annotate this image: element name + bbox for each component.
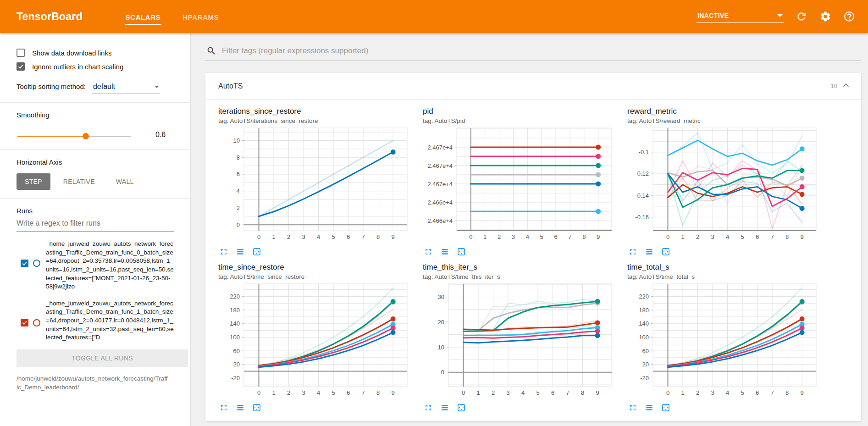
svg-text:7: 7: [361, 389, 365, 396]
runs-filter-input[interactable]: [17, 216, 174, 232]
chart-block: iterations_since_restore tag: AutoTS/ite…: [218, 107, 411, 256]
svg-text:8: 8: [376, 233, 380, 240]
svg-text:30: 30: [438, 293, 444, 300]
chart-toolbar: [423, 247, 615, 256]
help-icon[interactable]: [843, 11, 855, 22]
svg-text:6: 6: [347, 389, 350, 396]
svg-text:3: 3: [506, 389, 509, 396]
svg-text:1: 1: [476, 389, 480, 396]
sidebar: Show data download links Ignore outliers…: [0, 33, 191, 426]
svg-text:0: 0: [257, 233, 260, 240]
svg-text:100: 100: [230, 334, 240, 341]
tab-scalars[interactable]: SCALARS: [125, 11, 162, 25]
svg-text:20: 20: [233, 361, 240, 368]
chart-plot: 2.466e+42.466e+42.467e+42.467e+42.467e+4…: [423, 124, 615, 243]
chart-tag: tag: AutoTS/reward_metric: [627, 117, 820, 124]
run-solo-radio[interactable]: [33, 260, 40, 267]
fit-domain-icon[interactable]: [252, 247, 261, 256]
svg-text:9: 9: [391, 389, 394, 396]
svg-text:6: 6: [551, 389, 554, 396]
smoothing-slider[interactable]: [17, 133, 131, 139]
expand-chart-icon[interactable]: [628, 403, 637, 412]
runs-label: Runs: [17, 207, 174, 215]
chart-tag: tag: AutoTS/time_this_iter_s: [423, 273, 615, 280]
expand-chart-icon[interactable]: [628, 247, 637, 256]
run-solo-radio[interactable]: [33, 319, 40, 326]
tooltip-sorting-dropdown[interactable]: default: [92, 83, 160, 94]
expand-chart-icon[interactable]: [424, 403, 433, 412]
svg-text:5: 5: [332, 389, 335, 396]
chevron-down-icon: [155, 86, 159, 88]
svg-text:9: 9: [391, 233, 394, 240]
chart-tag: tag: AutoTS/time_since_restore: [218, 273, 411, 280]
svg-text:5: 5: [332, 233, 335, 240]
chart-plot: 02468100123456789: [218, 124, 411, 243]
axis-wall-button[interactable]: WALL: [108, 173, 142, 190]
svg-text:20: 20: [438, 319, 444, 326]
expand-chart-icon[interactable]: [219, 247, 228, 256]
autots-card-header[interactable]: AutoTS 10: [205, 73, 861, 100]
chart-tag: tag: AutoTS/pid: [423, 117, 615, 124]
svg-text:6: 6: [347, 233, 350, 240]
svg-text:60: 60: [642, 348, 649, 354]
svg-text:140: 140: [230, 320, 240, 327]
svg-text:6: 6: [554, 233, 557, 240]
fit-domain-icon[interactable]: [457, 403, 466, 412]
chevron-up-icon[interactable]: [841, 80, 851, 92]
nav-tabs: SCALARS HPARAMS: [125, 0, 220, 33]
chart-title: reward_metric: [627, 107, 820, 116]
chart-block: time_total_s tag: AutoTS/time_total_s -2…: [627, 263, 820, 412]
svg-text:8: 8: [376, 389, 380, 396]
svg-text:6: 6: [756, 233, 759, 240]
svg-text:4: 4: [726, 389, 729, 396]
svg-text:2: 2: [498, 233, 501, 240]
slider-fill: [17, 136, 86, 137]
run-data-table-icon[interactable]: [440, 247, 449, 256]
tag-filter-input[interactable]: [221, 46, 859, 56]
status-dropdown[interactable]: INACTIVE: [697, 10, 784, 23]
run-name: _home_junweid_zouwu_autots_network_forec…: [46, 299, 174, 342]
run-data-table-icon[interactable]: [236, 403, 245, 412]
svg-text:1: 1: [272, 389, 275, 396]
fit-domain-icon[interactable]: [252, 403, 261, 412]
checkbox-label: Ignore outliers in chart scaling: [32, 63, 123, 71]
chart-title: iterations_since_restore: [218, 107, 411, 116]
svg-text:3: 3: [302, 233, 305, 240]
chart-plot: 01020300123456789: [423, 280, 615, 398]
svg-text:6: 6: [756, 389, 759, 396]
svg-text:10: 10: [233, 137, 240, 144]
fit-domain-icon[interactable]: [457, 247, 466, 256]
toggle-all-runs-button[interactable]: TOGGLE ALL RUNS: [17, 349, 188, 367]
run-list-item: _home_junweid_zouwu_autots_network_forec…: [17, 240, 174, 291]
expand-chart-icon[interactable]: [219, 403, 228, 412]
svg-text:180: 180: [230, 307, 240, 314]
svg-text:5: 5: [540, 233, 543, 240]
fit-domain-icon[interactable]: [661, 403, 670, 412]
show-download-links-checkbox[interactable]: Show data download links: [17, 49, 174, 57]
run-data-table-icon[interactable]: [236, 247, 245, 256]
refresh-icon[interactable]: [796, 11, 807, 22]
svg-text:220: 220: [639, 293, 649, 300]
axis-relative-button[interactable]: RELATIVE: [55, 173, 103, 190]
svg-text:4: 4: [237, 188, 240, 194]
smoothing-value[interactable]: 0.6: [149, 131, 172, 141]
app-title: TensorBoard: [17, 11, 83, 23]
ignore-outliers-checkbox[interactable]: Ignore outliers in chart scaling: [17, 62, 174, 71]
run-data-table-icon[interactable]: [645, 403, 654, 412]
run-checkbox[interactable]: [21, 260, 28, 267]
axis-step-button[interactable]: STEP: [17, 173, 50, 190]
chart-tag: tag: AutoTS/time_total_s: [627, 273, 820, 280]
fit-domain-icon[interactable]: [661, 247, 670, 256]
slider-thumb[interactable]: [83, 133, 89, 139]
settings-gear-icon[interactable]: [819, 11, 831, 22]
svg-text:2.467e+4: 2.467e+4: [427, 144, 453, 151]
run-data-table-icon[interactable]: [645, 247, 654, 256]
expand-chart-icon[interactable]: [424, 247, 433, 256]
svg-text:7: 7: [361, 233, 365, 240]
divider: [0, 102, 190, 103]
tab-hparams[interactable]: HPARAMS: [182, 11, 220, 25]
svg-text:2: 2: [696, 233, 699, 240]
chevron-down-icon: [777, 14, 783, 17]
run-data-table-icon[interactable]: [440, 403, 449, 412]
run-checkbox[interactable]: [21, 319, 28, 326]
